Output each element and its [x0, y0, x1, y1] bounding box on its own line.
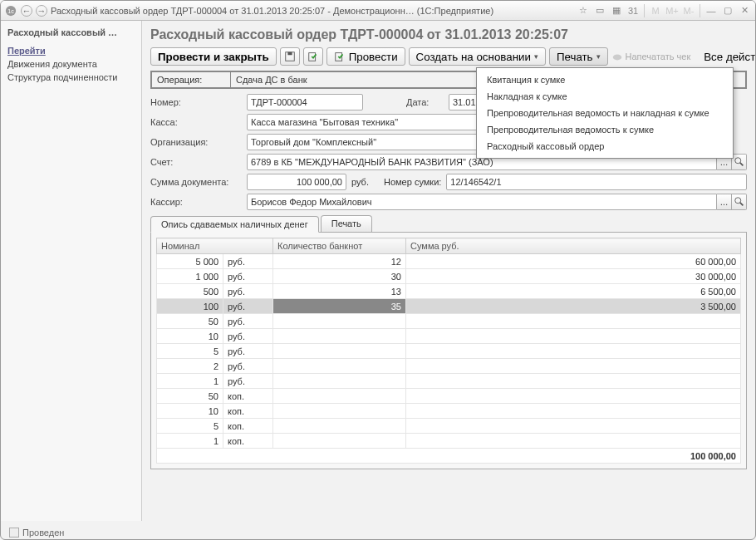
cell-unit[interactable]: руб.	[223, 284, 273, 299]
cell-qty[interactable]	[273, 359, 406, 374]
cell-sum[interactable]: 3 500,00	[406, 299, 741, 314]
number-input[interactable]: ТДРТ-000004	[247, 94, 363, 110]
history-icon[interactable]: ▭	[592, 4, 607, 17]
cell-unit[interactable]: руб.	[223, 374, 273, 389]
col-nominal[interactable]: Номинал	[157, 238, 273, 254]
cell-nominal[interactable]: 10	[157, 404, 223, 419]
cell-qty[interactable]	[273, 434, 406, 449]
nav-back-icon[interactable]: ←	[21, 5, 32, 17]
all-actions-button[interactable]: Все действия ▾	[697, 47, 755, 66]
cell-sum[interactable]: 30 000,00	[406, 269, 741, 284]
cell-nominal[interactable]: 500	[157, 284, 223, 299]
cell-nominal[interactable]: 100	[157, 299, 223, 314]
mem-m-icon[interactable]: M	[648, 4, 663, 17]
docsum-input[interactable]: 100 000,00	[247, 174, 346, 190]
cell-qty[interactable]	[273, 419, 406, 434]
table-row[interactable]: 5руб.	[157, 344, 741, 359]
cell-sum[interactable]: 60 000,00	[406, 254, 741, 269]
cell-nominal[interactable]: 50	[157, 389, 223, 404]
cash-grid[interactable]: Номинал Количество банкнот Сумма руб. 5 …	[156, 238, 741, 464]
cell-unit[interactable]: руб.	[223, 314, 273, 329]
cell-unit[interactable]: коп.	[223, 419, 273, 434]
cell-nominal[interactable]: 1 000	[157, 269, 223, 284]
cell-qty[interactable]: 35	[273, 299, 406, 314]
operation-value[interactable]: Сдача ДС в банк	[231, 72, 312, 87]
cell-qty[interactable]	[273, 329, 406, 344]
cashdesk-input[interactable]: Касса магазина "Бытовая техника"	[247, 114, 488, 130]
table-row[interactable]: 100руб.353 500,00	[157, 299, 741, 314]
table-row[interactable]: 50руб.	[157, 314, 741, 329]
cell-qty[interactable]: 30	[273, 269, 406, 284]
org-input[interactable]: Торговый дом "Комплексный"	[247, 134, 488, 150]
cell-qty[interactable]	[273, 374, 406, 389]
cell-nominal[interactable]: 5	[157, 419, 223, 434]
post-and-close-button[interactable]: Провести и закрыть	[150, 47, 277, 66]
cell-nominal[interactable]: 2	[157, 359, 223, 374]
cell-sum[interactable]: 6 500,00	[406, 284, 741, 299]
print-menu-item[interactable]: Препроводительная ведомость к сумке	[477, 121, 733, 138]
cell-unit[interactable]: руб.	[223, 359, 273, 374]
cell-nominal[interactable]: 10	[157, 329, 223, 344]
minimize-button[interactable]: —	[704, 4, 719, 17]
cell-nominal[interactable]: 5 000	[157, 254, 223, 269]
bag-input[interactable]: 12/146542/1	[446, 174, 747, 190]
cell-qty[interactable]	[273, 314, 406, 329]
tab-print[interactable]: Печать	[321, 215, 372, 232]
post-icon-button[interactable]	[303, 47, 323, 66]
sidebar-group-go[interactable]: Перейти	[1, 44, 141, 57]
table-row[interactable]: 1руб.	[157, 374, 741, 389]
print-button[interactable]: Печать ▾	[549, 47, 608, 66]
cell-qty[interactable]: 13	[273, 284, 406, 299]
table-row[interactable]: 10руб.	[157, 329, 741, 344]
cell-nominal[interactable]: 1	[157, 374, 223, 389]
table-row[interactable]: 50коп.	[157, 389, 741, 404]
cashier-select-button[interactable]: …	[717, 194, 732, 210]
favorite-icon[interactable]: ☆	[576, 4, 591, 17]
cell-sum[interactable]	[406, 314, 741, 329]
cell-unit[interactable]: коп.	[223, 434, 273, 449]
sidebar-item-structure[interactable]: Структура подчиненности	[1, 71, 141, 84]
cell-unit[interactable]: руб.	[223, 344, 273, 359]
calc-icon[interactable]: ▦	[609, 4, 624, 17]
nav-fwd-icon[interactable]: →	[36, 5, 47, 17]
table-row[interactable]: 10коп.	[157, 404, 741, 419]
cell-qty[interactable]: 12	[273, 254, 406, 269]
cell-nominal[interactable]: 1	[157, 434, 223, 449]
post-button[interactable]: Провести	[326, 47, 405, 66]
cell-sum[interactable]	[406, 404, 741, 419]
cell-sum[interactable]	[406, 359, 741, 374]
cell-nominal[interactable]: 50	[157, 314, 223, 329]
cell-sum[interactable]	[406, 329, 741, 344]
cell-qty[interactable]	[273, 389, 406, 404]
cell-qty[interactable]	[273, 344, 406, 359]
create-based-button[interactable]: Создать на основании ▾	[409, 47, 546, 66]
tab-cash-list[interactable]: Опись сдаваемых наличных денег	[150, 216, 319, 233]
print-menu-item[interactable]: Квитанция к сумке	[477, 71, 733, 88]
cell-qty[interactable]	[273, 404, 406, 419]
mem-mminus-icon[interactable]: M-	[681, 4, 696, 17]
cashier-search-button[interactable]	[732, 194, 747, 210]
print-menu-item[interactable]: Расходный кассовый ордер	[477, 138, 733, 155]
table-row[interactable]: 2руб.	[157, 359, 741, 374]
table-row[interactable]: 500руб.136 500,00	[157, 284, 741, 299]
save-button[interactable]	[280, 47, 300, 66]
table-row[interactable]: 1коп.	[157, 434, 741, 449]
print-menu-item[interactable]: Препроводительная ведомость и накладная …	[477, 105, 733, 121]
cell-sum[interactable]	[406, 374, 741, 389]
cell-unit[interactable]: руб.	[223, 254, 273, 269]
cell-unit[interactable]: руб.	[223, 299, 273, 314]
maximize-button[interactable]: ▢	[720, 4, 735, 17]
cell-unit[interactable]: коп.	[223, 389, 273, 404]
cell-unit[interactable]: руб.	[223, 269, 273, 284]
calendar-icon[interactable]: 31	[626, 4, 641, 17]
print-menu-item[interactable]: Накладная к сумке	[477, 88, 733, 105]
cell-sum[interactable]	[406, 344, 741, 359]
cashier-input[interactable]: Борисов Федор Михайлович	[247, 194, 717, 210]
table-row[interactable]: 5 000руб.1260 000,00	[157, 254, 741, 269]
col-qty[interactable]: Количество банкнот	[273, 238, 406, 254]
cell-sum[interactable]	[406, 419, 741, 434]
sidebar-item-movements[interactable]: Движения документа	[1, 57, 141, 71]
cell-sum[interactable]	[406, 389, 741, 404]
cell-sum[interactable]	[406, 434, 741, 449]
cell-nominal[interactable]: 5	[157, 344, 223, 359]
